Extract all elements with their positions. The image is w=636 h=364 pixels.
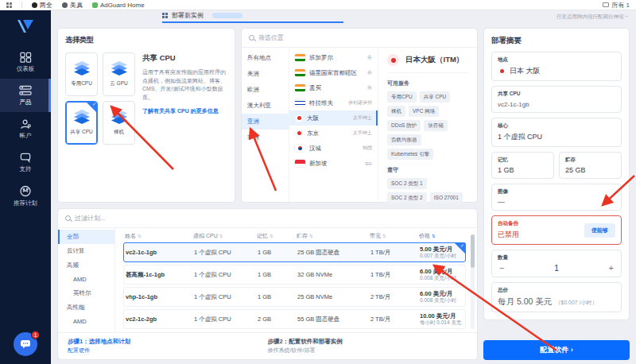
step-2-subtitle: 操作系统/软件/部署 [268,347,468,355]
plan-row[interactable]: vhp-1c-1gb 1 个虚拟 CPU 1 GB 25 GB NVMe 2 T… [123,287,466,307]
region-item[interactable]: 澳大利亚 [242,98,289,114]
plan-filter-item[interactable]: 高性能 [58,300,114,315]
sidebar-item-dashboard[interactable]: 仪表板 [0,45,51,79]
column-header-storage[interactable]: 贮存⇅ [297,232,370,240]
column-header-price[interactable]: 价格⇅ [419,232,464,240]
step-1: 步骤1：选择地点和计划 配置硬件 [68,337,268,354]
sidebar-item-account[interactable]: 帐户 [0,112,51,145]
total-monthly: 每月 5.00 美元 [498,296,552,308]
plan-price-hourly: 0.007 美元/小时 [420,253,463,259]
step-2: 步骤2：配置软件和部署实例 操作系统/软件/部署 [268,337,468,354]
all-bookmarks-button[interactable]: 所有 1 [603,1,630,10]
products-icon [19,85,32,96]
summary-quantity: 数量 − 1 + [491,250,622,277]
all-bookmarks-label: 所有 1 [611,1,630,10]
bookmark-item[interactable]: 美真 [62,1,83,10]
city-item[interactable]: 特拉维夫 伊利诺伊州 [289,95,378,110]
quantity-decrease-button[interactable]: − [499,264,504,273]
summary-location: 地点 日本 大阪 [491,52,622,81]
configure-software-button[interactable]: 配置软件 › [483,340,630,360]
region-item[interactable]: 欧洲 [242,82,289,98]
region-item[interactable]: 所有地点 [242,50,289,66]
plan-price-monthly: 10.00 美元/月 [420,312,463,319]
region-item[interactable]: 美洲 [242,66,289,82]
plan-row[interactable]: vc2-1c-1gb 1 个虚拟 CPU 1 GB 25 GB 固态硬盘 1 T… [123,242,466,262]
city-name: 大阪 [307,114,319,122]
region-item[interactable]: 非洲 [242,130,289,145]
plan-filter-item[interactable]: 全部 [58,230,114,244]
service-tag: 裸机 [387,106,405,117]
type-tile-label: 专用CPU [71,80,92,87]
plan-filter-item[interactable]: 高频 [58,258,114,273]
summary-memory-label: 记忆 [498,157,548,164]
bookmark-item[interactable]: AdGuard Home [92,2,145,9]
server-type-tile[interactable]: 专用CPU [65,52,98,96]
column-header-cpu[interactable]: 虚拟 CPU⇅ [193,232,257,240]
city-item[interactable]: 汉城 韩国 [289,141,378,156]
enable-backups-button[interactable]: 使能够 [584,223,615,238]
bookmark-item[interactable]: 两全 [32,1,52,10]
table-scrollbar[interactable] [471,234,475,329]
server-type-tile[interactable]: 云 GPU [103,52,135,96]
location-search-input[interactable]: 筛选位置 [242,29,477,48]
vultr-logo[interactable] [15,17,36,37]
sidebar-item-label: 帐户 [20,132,32,140]
server-type-tile[interactable]: 裸机 [103,101,135,145]
sidebar-item-referral[interactable]: 推荐计划 [0,179,51,213]
plan-filter-item[interactable]: AMD [58,273,114,286]
learn-more-link[interactable]: 了解有关共享 CPU 的更多信息 [142,107,227,116]
column-header-bandwidth[interactable]: 带宽⇅ [370,232,419,240]
column-header-name[interactable]: 姓名⇅ [125,232,193,240]
plan-filter-item[interactable]: AMD [58,315,114,328]
sidebar-item-products[interactable]: 产品 [0,79,51,112]
summary-image: 图像 — [491,184,622,211]
city-name: 新加坡 [309,160,328,168]
sidebar: 仪表板 产品 帐户 支持 推荐计划 [0,10,51,364]
city-region-code: 在 [367,69,372,76]
plan-filter-item[interactable]: 云计算 [58,244,114,258]
city-item[interactable]: 大阪 太平绅士 [289,110,378,126]
plan-bandwidth: 2 TB/月 [370,316,420,323]
city-item[interactable]: 东京 太平绅士 [289,126,378,141]
region-item[interactable]: 亚洲 [242,114,289,130]
quantity-increase-button[interactable]: + [609,264,614,273]
city-item[interactable]: 德里国家首都辖区 在 [289,65,378,80]
plan-filter-item[interactable]: 英特尔 [58,286,114,300]
tab-badge [212,13,242,18]
scrollbar-thumb[interactable] [471,234,475,268]
step-1-title: 步骤1：选择地点和计划 [68,337,268,346]
plan-memory: 1 GB [258,293,297,300]
city-item[interactable]: 新加坡 SG [289,156,378,171]
referral-icon [19,185,32,197]
plan-bandwidth: 1 TB/月 [370,271,420,279]
apps-grid-icon[interactable] [6,2,12,8]
server-type-tile[interactable]: 共享 CPU [65,101,98,145]
chat-widget-button[interactable]: 1 [14,332,37,356]
sidebar-item-support[interactable]: 支持 [0,145,51,179]
summary-total: 总价 每月 5.00 美元 （$0.007 /小时） [491,282,622,312]
compliance-label: 遵守 [387,166,468,174]
type-tile-label: 云 GPU [110,80,127,87]
city-item[interactable]: 孟买 在 [289,80,378,95]
plan-search-placeholder: 过滤计划... [75,214,106,223]
plan-memory: 1 GB [258,271,297,278]
plan-cpu: 1 个虚拟 CPU [194,316,258,323]
column-header-memory[interactable]: 记忆⇅ [257,232,297,240]
summary-memory: 记忆 1 GB [491,152,554,179]
choose-type-title: 选择类型 [65,35,227,45]
region-label: 亚洲 [247,118,259,125]
total-label: 总价 [498,287,615,294]
plan-search-input[interactable]: 过滤计划... [58,209,477,228]
sidebar-item-label: 推荐计划 [14,199,37,207]
plan-row[interactable]: 甚高频-1c-1gb 1 个虚拟 CPU 1 GB 32 GB NVMe 1 T… [123,265,466,285]
sidebar-item-label: 仪表板 [17,65,35,73]
dashboard-icon [20,52,32,63]
city-item[interactable]: 班加罗尔 在 [289,50,378,65]
summary-cores-label: 核心 [498,122,615,130]
city-name: 班加罗尔 [309,54,333,62]
support-icon [20,152,32,163]
sort-icon-active: ⇅ [432,234,436,238]
bookmark-label: 美真 [70,1,83,10]
plan-row[interactable]: vc2-1c-2gb 1 个虚拟 CPU 2 GB 55 GB 固态硬盘 2 T… [123,309,466,329]
tab-deploy-new-instance[interactable]: 部署新实例 [162,10,343,23]
